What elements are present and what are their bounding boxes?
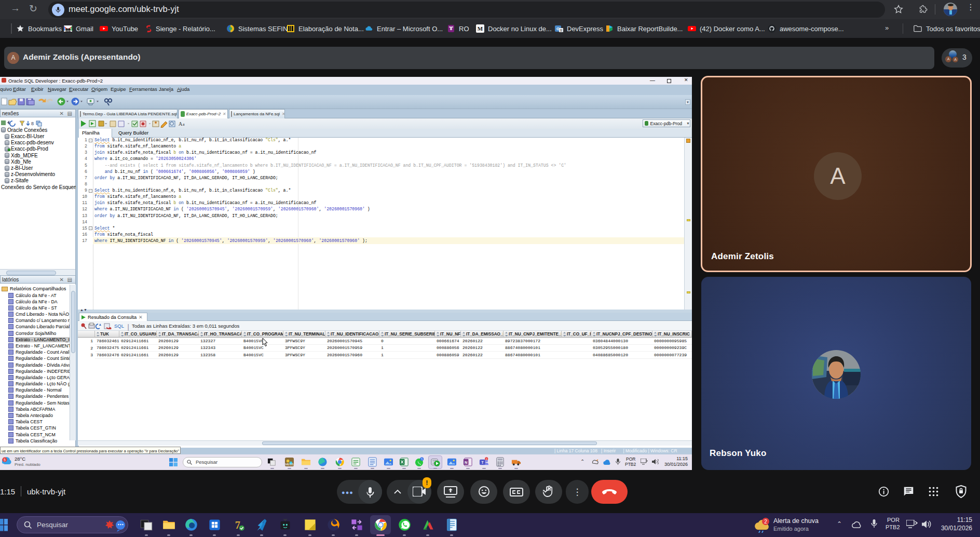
- svg-text:2: 2: [764, 519, 767, 525]
- svg-text:a: a: [183, 122, 185, 127]
- svg-text:文: 文: [560, 29, 563, 32]
- svg-text:2: 2: [486, 458, 487, 461]
- svg-text:5: 5: [4, 458, 6, 462]
- svg-text:5: 5: [421, 458, 423, 461]
- svg-text:MEGS: MEGS: [285, 463, 294, 466]
- svg-text:N: N: [465, 460, 467, 465]
- svg-text:M: M: [478, 25, 483, 32]
- svg-text:100+: 100+: [65, 29, 71, 32]
- svg-text:T: T: [482, 461, 484, 464]
- svg-text:A: A: [179, 121, 183, 127]
